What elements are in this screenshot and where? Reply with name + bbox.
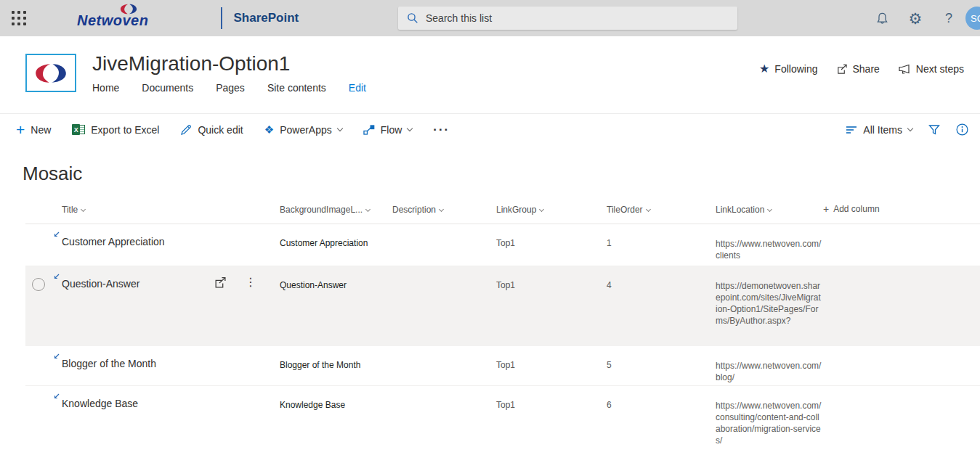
cell-description	[392, 386, 496, 461]
cell-link-location: https://www.netwoven.com/consulting/cont…	[716, 386, 822, 461]
help-icon[interactable]: ?	[932, 11, 965, 25]
nav-item-pages[interactable]: Pages	[216, 82, 245, 94]
export-to-excel-button[interactable]: X Export to Excel	[72, 124, 159, 136]
next-steps-label: Next steps	[916, 63, 964, 75]
column-header-row: Title BackgroundImageL... Description Li…	[25, 185, 980, 224]
following-button[interactable]: ★ Following	[759, 63, 817, 75]
row-title-link[interactable]: Knowledge Base	[62, 398, 138, 409]
list-title: Mosaic	[23, 163, 980, 185]
cell-tile-order: 6	[607, 386, 716, 461]
site-logo[interactable]	[25, 54, 76, 92]
cell-link-group: Top1	[496, 386, 607, 461]
more-actions-icon[interactable]: ⋮	[245, 276, 256, 289]
chevron-down-icon	[439, 206, 444, 211]
cell-link-group: Top1	[496, 224, 607, 266]
cell-link-location: https://www.netwoven.com/clients	[716, 224, 822, 266]
cell-description	[392, 346, 496, 385]
flow-label: Flow	[381, 124, 402, 136]
pencil-icon	[180, 124, 192, 136]
share-button[interactable]: Share	[836, 63, 880, 75]
sharepoint-label[interactable]: SharePoint	[234, 11, 299, 25]
column-header-title[interactable]: Title	[62, 205, 280, 224]
table-row[interactable]: Blogger of the Month Blogger of the Mont…	[25, 346, 980, 386]
info-icon	[956, 123, 968, 136]
flow-button[interactable]: Flow	[363, 124, 413, 136]
nav-item-site-contents[interactable]: Site contents	[267, 82, 326, 94]
view-list-icon	[846, 126, 857, 134]
table-row[interactable]: Question-Answer ⋮ Question-Answer Top1 4…	[25, 266, 980, 346]
export-to-excel-label: Export to Excel	[91, 124, 159, 136]
chevron-down-icon	[336, 125, 342, 131]
chevron-down-icon	[407, 125, 413, 131]
chevron-down-icon	[907, 125, 913, 131]
search-icon	[407, 12, 418, 24]
app-launcher-icon[interactable]	[12, 11, 26, 25]
link-arrow-icon	[52, 393, 60, 401]
chevron-down-icon	[81, 206, 86, 211]
cell-link-location: https://demonetwoven.sharepoint.com/site…	[716, 266, 822, 346]
nav-item-documents[interactable]: Documents	[142, 82, 193, 94]
quick-edit-button[interactable]: Quick edit	[180, 124, 243, 136]
following-label: Following	[774, 63, 817, 75]
suite-bar: Netwoven SharePoint ⚙ ? SC	[0, 0, 980, 36]
site-nav: Home Documents Pages Site contents Edit	[92, 82, 366, 94]
powerapps-icon: ❖	[264, 124, 274, 135]
megaphone-icon	[898, 64, 911, 74]
site-title[interactable]: JiveMigration-Option1	[92, 52, 290, 75]
flow-icon	[363, 125, 375, 135]
share-icon[interactable]	[214, 276, 227, 289]
settings-gear-icon[interactable]: ⚙	[899, 11, 932, 26]
star-icon: ★	[759, 63, 769, 75]
search-box[interactable]	[398, 7, 737, 30]
more-commands-button[interactable]: ···	[433, 123, 450, 137]
cell-background-image: Question-Answer	[280, 266, 392, 346]
cell-description	[392, 266, 496, 346]
add-column-button[interactable]: + Add column	[823, 203, 980, 224]
plus-icon: +	[16, 123, 25, 136]
link-arrow-icon	[52, 273, 60, 281]
site-header: JiveMigration-Option1 Home Documents Pag…	[0, 36, 980, 113]
link-arrow-icon	[52, 231, 60, 239]
column-header-description[interactable]: Description	[392, 205, 496, 224]
ellipsis-icon: ···	[433, 123, 450, 137]
row-title-link[interactable]: Question-Answer	[62, 278, 139, 290]
notifications-bell-icon[interactable]	[865, 12, 899, 25]
avatar[interactable]: SC	[965, 7, 980, 30]
command-bar: + New X Export to Excel Quick edit ❖ Pow…	[0, 113, 980, 145]
cell-link-location: https://www.netwoven.com/blog/	[716, 346, 822, 385]
cell-background-image: Knowledge Base	[280, 386, 392, 461]
nav-item-edit[interactable]: Edit	[349, 82, 366, 94]
powerapps-button[interactable]: ❖ PowerApps	[264, 124, 342, 136]
column-header-link-location[interactable]: LinkLocation	[716, 205, 823, 224]
column-header-background-image[interactable]: BackgroundImageL...	[280, 205, 392, 224]
site-logo-swoosh-icon	[33, 62, 69, 85]
column-header-tile-order[interactable]: TileOrder	[607, 205, 716, 224]
next-steps-button[interactable]: Next steps	[898, 63, 964, 75]
cell-link-group: Top1	[496, 346, 607, 385]
row-checkbox[interactable]	[32, 278, 45, 291]
search-input[interactable]	[426, 12, 702, 24]
chevron-down-icon	[539, 206, 544, 211]
table-row[interactable]: Knowledge Base Knowledge Base Top1 6 htt…	[25, 386, 980, 461]
cell-tile-order: 5	[607, 346, 716, 385]
row-title-link[interactable]: Blogger of the Month	[62, 358, 156, 369]
nav-item-home[interactable]: Home	[92, 82, 119, 94]
cell-description	[392, 224, 496, 266]
view-selector[interactable]: All Items	[846, 124, 912, 136]
row-title-link[interactable]: Customer Appreciation	[62, 236, 165, 247]
info-button[interactable]	[956, 123, 968, 136]
table-row[interactable]: Customer Appreciation Customer Appreciat…	[25, 224, 980, 266]
link-arrow-icon	[52, 353, 60, 361]
suite-divider	[221, 7, 222, 29]
column-header-link-group[interactable]: LinkGroup	[496, 205, 607, 224]
cell-tile-order: 4	[607, 266, 716, 346]
list-grid: Title BackgroundImageL... Description Li…	[25, 185, 980, 461]
cell-link-group: Top1	[496, 266, 607, 346]
plus-icon: +	[823, 203, 829, 215]
new-button[interactable]: + New	[16, 123, 51, 136]
filter-button[interactable]	[928, 124, 941, 136]
view-selector-label: All Items	[863, 124, 902, 136]
share-label: Share	[853, 63, 880, 75]
filter-funnel-icon	[928, 124, 941, 136]
netwoven-logo[interactable]: Netwoven	[77, 2, 164, 34]
